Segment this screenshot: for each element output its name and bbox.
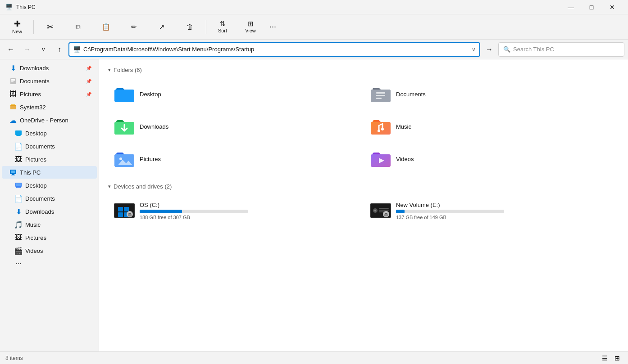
- up-button[interactable]: ↑: [52, 42, 67, 57]
- address-bar-path-icon: 🖥️: [73, 46, 81, 53]
- new-volume-e-drive-icon: [370, 200, 391, 221]
- sidebar-item-more[interactable]: ···: [2, 257, 97, 270]
- svg-rect-3: [11, 81, 14, 82]
- svg-rect-5: [15, 130, 22, 135]
- sidebar-item-documents-od[interactable]: 📄 Documents: [2, 140, 97, 153]
- sidebar-item-desktop-pc[interactable]: Desktop: [2, 179, 97, 192]
- pin-icon: 📌: [86, 66, 91, 71]
- documents-pin-icon: [9, 77, 17, 85]
- sidebar-item-label: Documents: [20, 78, 50, 85]
- sidebar-item-label: Documents: [25, 195, 55, 202]
- expand-history-button[interactable]: ∨: [36, 42, 50, 57]
- share-button[interactable]: ↗: [148, 16, 175, 38]
- copy-button[interactable]: ⧉: [64, 16, 91, 38]
- system32-pin-icon: [9, 103, 17, 111]
- svg-rect-17: [376, 95, 385, 96]
- address-bar-text: C:\ProgramData\Microsoft\Windows\Start M…: [83, 46, 469, 53]
- sidebar-item-label: Videos: [25, 247, 43, 254]
- os-c-drive-icon: [114, 200, 135, 221]
- status-view-grid-button[interactable]: ⊞: [612, 353, 623, 364]
- sidebar-item-label: Desktop: [25, 182, 47, 189]
- sidebar-item-pictures-pc[interactable]: 🖼 Pictures: [2, 231, 97, 244]
- sidebar-item-videos-pc[interactable]: 🎬 Videos: [2, 244, 97, 257]
- forward-button[interactable]: →: [20, 42, 34, 57]
- drives-chevron-icon[interactable]: ▾: [108, 184, 111, 189]
- sidebar: ⬇ Downloads 📌 Documents 📌 🖼 Pictures 📌 S…: [0, 59, 99, 351]
- paste-icon: 📋: [102, 23, 110, 30]
- desktop-od-icon: [14, 129, 23, 137]
- delete-button[interactable]: 🗑: [176, 16, 203, 38]
- folder-item-documents[interactable]: Documents: [364, 79, 619, 109]
- cut-button[interactable]: ✂: [36, 16, 64, 38]
- svg-rect-1: [11, 79, 15, 80]
- sidebar-item-music-pc[interactable]: 🎵 Music: [2, 218, 97, 231]
- desktop-folder-name: Desktop: [140, 91, 161, 98]
- sort-button[interactable]: ⇅ Sort: [209, 16, 236, 38]
- close-button[interactable]: ✕: [602, 0, 623, 14]
- paste-button[interactable]: 📋: [92, 16, 119, 38]
- pictures-od-icon: 🖼: [14, 155, 23, 163]
- window-icon: 🖥️: [5, 4, 13, 11]
- more-icon: ···: [14, 260, 23, 268]
- videos-folder-icon: [370, 148, 391, 170]
- folder-item-pictures[interactable]: Pictures: [108, 144, 363, 174]
- addressbar-row: ← → ∨ ↑ 🖥️ C:\ProgramData\Microsoft\Wind…: [0, 40, 628, 59]
- svg-rect-4: [10, 105, 16, 109]
- address-bar-chevron-icon[interactable]: ∨: [472, 46, 476, 53]
- go-button[interactable]: →: [482, 42, 496, 57]
- sidebar-item-pictures-pin[interactable]: 🖼 Pictures 📌: [2, 88, 97, 100]
- folder-item-downloads[interactable]: Downloads: [108, 111, 363, 142]
- maximize-button[interactable]: □: [581, 0, 602, 14]
- downloads-pc-icon: ⬇: [14, 207, 23, 216]
- sidebar-item-label: This PC: [20, 169, 41, 176]
- sidebar-item-documents-pc[interactable]: 📄 Documents: [2, 192, 97, 205]
- sidebar-item-desktop-od[interactable]: Desktop: [2, 127, 97, 139]
- delete-icon: 🗑: [187, 23, 193, 30]
- window-controls: — □ ✕: [560, 0, 623, 14]
- folders-section-title: Folders (6): [114, 67, 142, 73]
- sidebar-item-downloads-pin[interactable]: ⬇ Downloads 📌: [2, 62, 97, 74]
- svg-rect-11: [11, 175, 15, 175]
- sidebar-item-pictures-od[interactable]: 🖼 Pictures: [2, 153, 97, 166]
- drive-item-os-c[interactable]: OS (C:) 188 GB free of 307 GB: [108, 195, 363, 226]
- new-button[interactable]: ✚ New: [4, 16, 31, 38]
- drive-item-new-volume-e[interactable]: New Volume (E:) 137 GB free of 149 GB: [364, 195, 619, 226]
- cut-icon: ✂: [47, 23, 54, 31]
- more-button[interactable]: ···: [265, 20, 281, 33]
- toolbar-separator-2: [206, 20, 206, 34]
- sidebar-item-label: System32: [20, 104, 46, 111]
- os-c-drive-name: OS (C:): [140, 202, 248, 208]
- sidebar-item-label: Downloads: [25, 208, 54, 215]
- os-c-bar-fill: [140, 210, 182, 213]
- sidebar-item-label: Pictures: [20, 91, 41, 98]
- sidebar-item-label: Downloads: [20, 65, 49, 72]
- address-bar[interactable]: 🖥️ C:\ProgramData\Microsoft\Windows\Star…: [68, 42, 480, 57]
- sidebar-item-onedrive[interactable]: ☁ OneDrive - Person: [2, 114, 97, 126]
- folder-item-desktop[interactable]: Desktop: [108, 79, 363, 109]
- svg-rect-35: [379, 208, 389, 209]
- folders-chevron-icon[interactable]: ▾: [108, 67, 111, 73]
- svg-rect-30: [128, 214, 132, 216]
- music-folder-icon: [370, 116, 391, 137]
- rename-button[interactable]: ✏: [120, 16, 147, 38]
- back-button[interactable]: ←: [4, 42, 18, 57]
- sidebar-item-this-pc[interactable]: This PC: [2, 166, 97, 179]
- sidebar-item-label: Pictures: [25, 234, 46, 241]
- folder-item-music[interactable]: Music: [364, 111, 619, 142]
- minimize-button[interactable]: —: [560, 0, 581, 14]
- view-button[interactable]: ⊞ View: [237, 16, 264, 38]
- sidebar-item-documents-pin[interactable]: Documents 📌: [2, 75, 97, 87]
- svg-rect-0: [10, 78, 16, 84]
- downloads-pin-icon: ⬇: [9, 64, 17, 72]
- folder-item-videos[interactable]: Videos: [364, 144, 619, 174]
- search-bar[interactable]: 🔍 Search This PC: [498, 42, 624, 57]
- status-view-list-button[interactable]: ☰: [599, 353, 610, 364]
- svg-point-21: [119, 157, 122, 160]
- sidebar-item-system32-pin[interactable]: System32: [2, 101, 97, 113]
- toolbar: ✚ New ✂ ⧉ 📋 ✏ ↗ 🗑 ⇅ Sort ⊞ View ···: [0, 14, 628, 40]
- svg-rect-39: [384, 214, 388, 216]
- new-volume-e-bar-fill: [396, 210, 405, 213]
- sort-label: Sort: [218, 28, 227, 33]
- sidebar-item-downloads-pc[interactable]: ⬇ Downloads: [2, 205, 97, 218]
- pictures-folder-name: Pictures: [140, 156, 161, 162]
